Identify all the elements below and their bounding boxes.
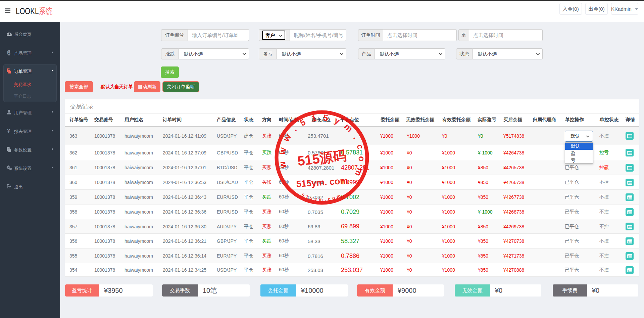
svg-text:¥: ¥ bbox=[7, 128, 10, 133]
svg-text:B: B bbox=[7, 50, 10, 55]
